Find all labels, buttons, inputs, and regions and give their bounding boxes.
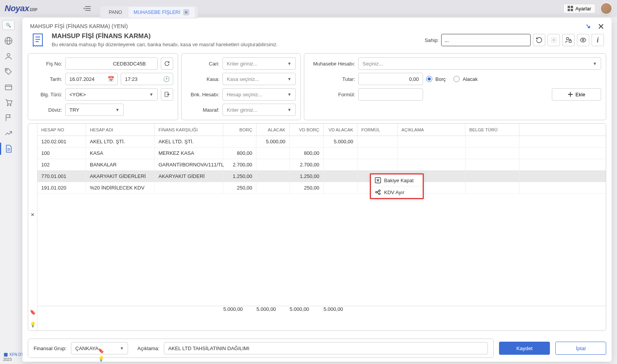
table-row[interactable]: 102BANKALARGARANTİ/BORNOVA/111/TL2.700,0… [37,159,606,171]
modal-subtitle: Bu ekranda mahsup fişi düzenleyerek cari… [52,42,278,47]
fg-label: Finansal Grup: [34,346,66,351]
kaydet-button[interactable]: Kaydet [499,342,550,355]
masraf-select[interactable]: Kriter giriniz...▼ [223,104,296,116]
alacak-label: Alacak [463,76,478,82]
kasa-label: Kasa: [186,76,219,82]
tab-close-icon[interactable]: ✕ [183,9,189,15]
svg-rect-25 [569,40,571,42]
minimize-icon[interactable] [585,23,591,29]
borc-label: Borç [435,76,446,82]
formul-input[interactable] [358,88,423,101]
tarih-input[interactable]: 16.07.2024📅 [65,73,118,85]
sahip-input[interactable] [441,34,531,46]
cari-select[interactable]: Kriter giriniz...▼ [223,57,296,70]
bulb-icon[interactable]: 💡 [28,318,37,330]
fis-no-input[interactable]: CEDB3DC45B [65,57,158,70]
bulb-bg-icon[interactable]: 💡 [98,356,104,362]
bookmark-icon[interactable]: 🔖 [28,306,37,318]
table-row[interactable]: 100KASAMERKEZ KASA800,00800,00 [37,148,606,159]
total-vdb: 5.000,00 [290,306,324,318]
info-icon[interactable]: i [592,34,604,46]
saat-input[interactable]: 17:23🕐 [121,73,173,85]
user-lock-icon[interactable] [562,34,575,46]
table-row[interactable]: 770.01.001AKARYAKIT GİDERLERİAKARYAKIT G… [37,171,606,182]
tab-muhasebe-fisleri[interactable]: MUHASEBE FİŞLERİ ✕ [128,7,195,18]
tarih-label: Tarih: [33,76,62,82]
alacak-radio[interactable] [453,76,460,82]
total-vda: 5.000,00 [324,306,357,318]
iptal-button[interactable]: İptal [555,342,606,355]
bnk-label: Bnk. Hesabı: [186,92,219,97]
split-icon [375,189,381,195]
muh-label: Muhasebe Hesabı: [309,61,355,67]
clock-icon: 🕐 [163,76,170,82]
table-row[interactable]: 191.01.020%20 İNDİRİLECEK KDV250,00250,0… [37,182,606,194]
cari-label: Cari: [186,61,219,67]
fis-no-label: Fiş No: [33,61,62,67]
kasa-select[interactable]: Kasa seçiniz...▼ [223,73,296,85]
modal-heading: MAHSUP FİŞİ (FİNANS KARMA) [52,32,278,40]
tab-pano[interactable]: PANO [103,7,128,17]
eye-icon[interactable] [577,34,589,46]
close-square-icon [375,177,381,183]
aciklama-label: Açıklama: [137,346,159,351]
bakiye-kapat-menuitem[interactable]: Bakiye Kapat [371,174,423,186]
svg-point-24 [566,37,569,40]
blg-turu-select[interactable]: <YOK>▼ [65,88,158,101]
close-row-icon[interactable]: ✕ [28,124,37,306]
svg-point-23 [553,39,555,41]
gear-icon[interactable] [548,34,560,46]
context-menu: Bakiye Kapat KDV Ayır [370,173,424,199]
tutar-input[interactable]: 0,00 [358,73,423,85]
muh-select[interactable]: Seçiniz...▼ [358,57,601,70]
table-row[interactable]: 120.02.001AKEL LTD. ŞTİ.AKEL LTD. ŞTİ.5.… [37,136,606,148]
formul-label: Formül: [309,92,355,97]
export-icon[interactable] [161,88,173,101]
close-icon[interactable] [598,23,604,29]
bnk-select[interactable]: Hesap seçiniz...▼ [223,88,296,101]
svg-line-38 [377,193,379,193]
blg-turu-label: Blg. Türü: [33,92,62,97]
ekle-button[interactable]: Ekle [552,88,601,101]
svg-point-34 [376,191,377,193]
doviz-select[interactable]: TRY▼ [65,104,124,116]
kdv-ayir-menuitem[interactable]: KDV Ayır [371,186,423,198]
aciklama-input[interactable]: AKEL LTD TAHSİLATININ DAĞILIMI [164,342,488,354]
refresh-icon[interactable] [533,34,545,46]
receipt-icon [30,32,46,48]
tutar-label: Tutar: [309,76,355,82]
total-borc: 5.000,00 [223,306,256,318]
svg-point-35 [379,190,380,191]
svg-point-26 [582,39,584,41]
doviz-label: Döviz: [33,107,62,113]
svg-line-37 [377,191,379,192]
grid-header: HESAP NO HESAP ADI FİNANS KARŞILIĞI BORÇ… [37,124,606,136]
masraf-label: Masraf: [186,107,219,113]
regenerate-icon[interactable] [161,57,173,70]
borc-radio[interactable] [426,76,432,82]
modal-title: MAHSUP FİŞİ (FİNANS KARMA) (YENİ) [30,23,128,29]
total-alacak: 5.000,00 [256,306,290,318]
calendar-icon: 📅 [108,76,114,82]
bookmark-bg-icon[interactable]: 🔖 [98,348,104,354]
svg-point-36 [379,193,380,195]
sahip-label: Sahip: [425,37,439,43]
